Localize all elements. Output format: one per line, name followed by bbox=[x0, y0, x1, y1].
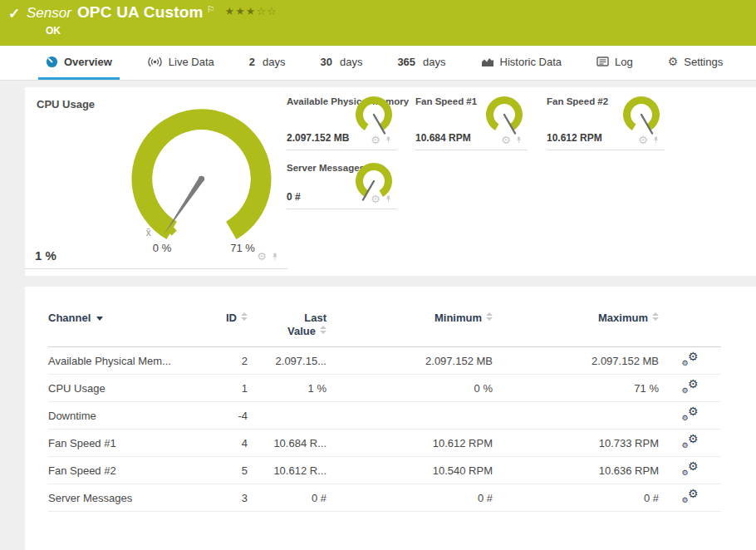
gauge-settings-gear-icon[interactable]: ⚙ bbox=[371, 135, 380, 145]
tab-label: Settings bbox=[684, 56, 723, 68]
sensor-header: ✓ SensorOPC UA Custom⚐★★★☆☆ OK bbox=[0, 0, 756, 46]
gauge-title: CPU Usage bbox=[37, 98, 95, 110]
tab-label: Live Data bbox=[169, 56, 214, 68]
tab-historic-data[interactable]: Historic Data bbox=[474, 46, 569, 80]
cell-channel: Fan Speed #1 bbox=[48, 430, 202, 457]
channel-settings-icon[interactable]: ⚙⚙ bbox=[682, 489, 699, 504]
cell-last-value: 2.097.15... bbox=[248, 347, 326, 375]
channel-settings-icon[interactable]: ⚙⚙ bbox=[682, 434, 699, 449]
channel-settings-icon[interactable]: ⚙⚙ bbox=[682, 379, 699, 395]
sort-icon bbox=[652, 312, 659, 321]
column-header-minimum[interactable]: Minimum bbox=[326, 312, 493, 347]
pin-icon[interactable] bbox=[652, 135, 660, 145]
cpu-gauge: x̄ bbox=[116, 106, 287, 244]
tab-settings[interactable]: ⚙ Settings bbox=[660, 46, 731, 80]
cell-channel: CPU Usage bbox=[48, 375, 202, 402]
tab-log[interactable]: Log bbox=[589, 46, 641, 80]
table-row: Available Physical Mem... 2 2.097.15... … bbox=[48, 347, 721, 375]
tab-365-days[interactable]: 365 days bbox=[390, 46, 453, 80]
sort-icon bbox=[320, 326, 326, 334]
gauge-tile-cpu-usage: CPU Usage x̄ 0 % 71 % 1 % ⚙ bbox=[25, 87, 287, 269]
cell-last-value: 0 # bbox=[248, 484, 326, 512]
cell-channel: Available Physical Mem... bbox=[48, 347, 202, 375]
table-row: Server Messages 3 0 # 0 # 0 # ⚙⚙ bbox=[48, 484, 721, 512]
cell-id: -4 bbox=[202, 402, 248, 430]
gauges-panel: CPU Usage x̄ 0 % 71 % 1 % ⚙ Available Ph… bbox=[25, 87, 756, 276]
mini-gauge bbox=[481, 95, 528, 138]
live-data-icon bbox=[147, 56, 163, 67]
gauge-value: 1 % bbox=[35, 248, 56, 263]
channel-settings-icon[interactable]: ⚙⚙ bbox=[682, 351, 699, 367]
column-label: Maximum bbox=[598, 312, 648, 324]
cell-last-value bbox=[248, 402, 326, 430]
mini-gauge bbox=[618, 95, 665, 138]
gauge-settings-gear-icon[interactable]: ⚙ bbox=[501, 135, 511, 145]
tab-live-data[interactable]: Live Data bbox=[140, 46, 222, 80]
table-row: Fan Speed #2 5 10.612 R... 10.540 RPM 10… bbox=[48, 457, 721, 484]
sort-icon bbox=[486, 312, 493, 321]
pin-icon[interactable] bbox=[385, 194, 392, 204]
column-label: Value bbox=[287, 325, 316, 337]
tab-label: days bbox=[423, 56, 445, 68]
cell-channel: Fan Speed #2 bbox=[48, 457, 202, 484]
average-marker-label: x̄ bbox=[146, 227, 151, 238]
tab-label: days bbox=[340, 56, 362, 68]
gauge-icon bbox=[46, 56, 58, 68]
pin-icon[interactable] bbox=[385, 135, 392, 145]
tab-label: Overview bbox=[64, 56, 112, 68]
column-label: ID bbox=[226, 312, 237, 324]
cell-maximum bbox=[493, 402, 659, 430]
tab-30-days[interactable]: 30 days bbox=[312, 46, 370, 80]
gauge-settings-gear-icon[interactable]: ⚙ bbox=[371, 194, 380, 204]
status-ok-check-icon: ✓ bbox=[8, 5, 20, 22]
cell-minimum: 10.540 RPM bbox=[326, 457, 493, 484]
gauge-title: Fan Speed #1 bbox=[415, 96, 477, 106]
gauge-tile-available-physical-memory: Available Physical Memory 2.097.152 MB ⚙ bbox=[287, 87, 397, 150]
cell-minimum: 0 % bbox=[326, 375, 493, 402]
sort-icon bbox=[241, 312, 248, 321]
gauge-tile-fan-speed-2: Fan Speed #2 10.612 RPM ⚙ bbox=[547, 87, 665, 150]
gauge-value: 2.097.152 MB bbox=[287, 132, 349, 144]
cell-minimum: 2.097.152 MB bbox=[326, 347, 493, 375]
object-kind-label: Sensor bbox=[27, 5, 71, 21]
tab-label: Historic Data bbox=[500, 56, 562, 68]
column-label: Minimum bbox=[434, 312, 482, 324]
channel-settings-icon[interactable]: ⚙⚙ bbox=[682, 461, 699, 477]
cell-id: 5 bbox=[202, 457, 248, 484]
tab-number: 30 bbox=[320, 56, 331, 68]
mini-gauge bbox=[351, 95, 397, 138]
log-icon bbox=[596, 56, 609, 66]
gauge-value: 10.612 RPM bbox=[547, 132, 602, 144]
column-header-settings bbox=[659, 312, 721, 347]
channel-table-panel: Channel ID Last Value Minimum Maximum bbox=[25, 287, 756, 550]
table-row: Downtime -4 ⚙⚙ bbox=[48, 402, 721, 430]
cell-id: 1 bbox=[202, 375, 248, 402]
cell-last-value: 1 % bbox=[248, 375, 326, 402]
priority-stars[interactable]: ★★★☆☆ bbox=[225, 5, 277, 17]
gauge-settings-gear-icon[interactable]: ⚙ bbox=[257, 251, 267, 262]
gauge-tile-server-messages: Server Messages 0 # ⚙ bbox=[287, 154, 397, 209]
chart-icon bbox=[481, 56, 494, 67]
pin-icon[interactable] bbox=[271, 252, 279, 262]
tab-2-days[interactable]: 2 days bbox=[242, 46, 293, 80]
sort-desc-icon bbox=[96, 317, 103, 321]
column-header-last-value[interactable]: Last Value bbox=[248, 312, 326, 347]
gauge-settings-gear-icon[interactable]: ⚙ bbox=[638, 135, 648, 145]
cell-id: 3 bbox=[202, 484, 248, 512]
channel-table: Channel ID Last Value Minimum Maximum bbox=[48, 312, 721, 512]
table-row: Fan Speed #1 4 10.684 R... 10.612 RPM 10… bbox=[48, 430, 721, 457]
tab-overview[interactable]: Overview bbox=[38, 46, 120, 80]
pin-icon[interactable] bbox=[515, 135, 523, 145]
column-header-id[interactable]: ID bbox=[202, 312, 248, 347]
page-title: OPC UA Custom bbox=[77, 3, 204, 21]
column-label: Last bbox=[248, 312, 326, 325]
cell-maximum: 0 # bbox=[493, 484, 659, 512]
column-header-channel[interactable]: Channel bbox=[48, 312, 202, 347]
cell-minimum: 0 # bbox=[326, 484, 493, 512]
channel-settings-icon[interactable]: ⚙⚙ bbox=[682, 406, 699, 422]
gauge-title: Fan Speed #2 bbox=[547, 96, 608, 106]
column-header-maximum[interactable]: Maximum bbox=[493, 312, 659, 347]
cell-minimum bbox=[326, 402, 493, 430]
gauge-tile-fan-speed-1: Fan Speed #1 10.684 RPM ⚙ bbox=[415, 87, 528, 150]
flag-icon[interactable]: ⚐ bbox=[207, 4, 215, 14]
